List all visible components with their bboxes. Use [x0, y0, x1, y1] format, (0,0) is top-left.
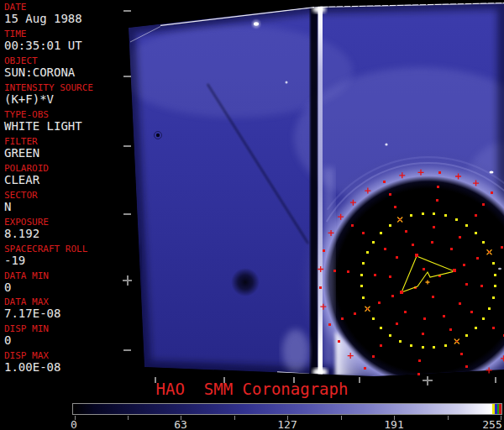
colorbar-marker-stripe: [499, 404, 501, 414]
spoke-dot: [404, 311, 407, 313]
limb-ring-dot: [433, 212, 435, 215]
spoke-dot: [362, 232, 365, 234]
field-value: (K+F)*V: [4, 93, 93, 106]
spoke-dot: [347, 270, 349, 273]
field-value: 8.192: [4, 228, 49, 240]
spoke-dot: [389, 275, 391, 278]
field-value: N: [4, 201, 38, 213]
limb-ring-dot: [389, 224, 391, 227]
pylon-bright-line: [318, 5, 323, 376]
limb-ring-dot: [380, 327, 382, 329]
dark-speck: [156, 134, 160, 137]
spoke-dot: [463, 264, 465, 266]
colorbar-gradient: [72, 403, 502, 415]
field-label: SPACECRAFT ROLL: [4, 244, 87, 254]
field-value: SUN:CORONA: [4, 66, 75, 79]
metadata-field: OBJECTSUN:CORONA: [4, 56, 75, 79]
pylon-shadow: [310, 7, 318, 376]
limb-ring-dot: [422, 346, 424, 349]
outer-ring-dot: [338, 340, 340, 343]
limb-ring-dot: [360, 285, 363, 287]
field-label: FILTER: [4, 137, 39, 147]
spoke-dot: [396, 256, 398, 259]
limb-ring-dot: [475, 327, 477, 329]
spoke-dot: [431, 241, 433, 244]
outer-ring-dot: [491, 191, 493, 194]
limb-ring-dot: [488, 307, 491, 310]
field-value: WHITE LIGHT: [4, 120, 82, 133]
spoke-dot: [480, 285, 483, 287]
limb-ring-dot: [455, 218, 458, 221]
spoke-dot: [389, 193, 391, 196]
outer-ring-dot: [328, 323, 331, 326]
limb-ring-dot: [399, 340, 402, 343]
field-value: -19: [4, 254, 87, 267]
cardinal-x-center: [399, 219, 401, 221]
spoke-dot: [436, 199, 438, 202]
colorbar-tick-label: 63: [155, 419, 206, 430]
spoke-dot: [354, 312, 356, 315]
limb-ring-dot: [444, 214, 447, 217]
limb-ring-dot: [475, 232, 477, 234]
limb-ring-dot: [433, 346, 435, 349]
field-value: 1.00E-08: [4, 361, 60, 374]
limb-ring-dot: [465, 224, 468, 227]
camera-fov: [118, 3, 504, 376]
metadata-field: EXPOSURE8.192: [4, 218, 49, 240]
spoke-dot: [378, 302, 381, 304]
spoke-dot: [396, 322, 398, 325]
metadata-field: DATA MAX7.17E-08: [4, 297, 60, 320]
field-label: SECTOR: [4, 191, 38, 201]
metadata-field: SECTORN: [4, 191, 38, 213]
outer-ring-dot: [438, 171, 441, 174]
outer-ring-dot: [323, 249, 325, 252]
colorbar-tick: [234, 416, 235, 420]
spoke-dot: [391, 295, 394, 297]
spoke-dot: [460, 353, 463, 355]
colorbar-tick: [128, 416, 129, 420]
limb-ring-dot: [372, 241, 375, 244]
colorbar-tick-label: 191: [369, 419, 419, 430]
extra-dot: [432, 296, 434, 298]
limb-ring-dot: [366, 251, 369, 254]
limb-ring-dot: [465, 334, 468, 337]
limb-ring-dot: [482, 241, 485, 244]
field-value: 0: [4, 334, 49, 347]
spoke-dot: [351, 224, 354, 227]
limb-ring-dot: [360, 274, 363, 276]
outer-ring-dot: [383, 181, 386, 183]
limb-ring-dot: [444, 344, 447, 347]
spoke-dot: [418, 359, 421, 362]
metadata-field: INTENSITY SOURCE(K+F)*V: [4, 83, 93, 106]
spoke-dot: [380, 344, 382, 347]
metadata-field: FILTERGREEN: [4, 137, 39, 160]
spoke-dot: [394, 206, 396, 208]
colorbar-tick-label: 0: [49, 419, 99, 430]
spoke-dot: [459, 236, 461, 239]
colorbar-tick-label: 127: [262, 419, 312, 430]
spoke-dot: [450, 248, 453, 250]
metadata-field: DATE15 Aug 1988: [4, 3, 82, 25]
field-value: 00:35:01 UT: [4, 39, 82, 52]
spoke-dot: [449, 328, 452, 331]
limb-ring-dot: [494, 274, 496, 276]
spoke-dot: [412, 244, 414, 246]
metadata-field: TYPE-OBSWHITE LIGHT: [4, 110, 82, 133]
spoke-dot: [422, 333, 424, 335]
spoke-dot: [372, 355, 375, 358]
limb-ring-dot: [492, 262, 495, 265]
colorbar-tick-label: 255: [467, 419, 504, 430]
limb-ring-dot: [389, 334, 391, 337]
spoke-dot: [437, 186, 439, 188]
spoke-dot: [417, 373, 420, 375]
spoke-dot: [443, 315, 445, 317]
cardinal-x-center: [489, 251, 491, 253]
extra-dot: [423, 268, 425, 270]
polygon-vertex-dot: [400, 291, 402, 293]
spoke-dot: [423, 317, 426, 320]
limb-ring-dot: [372, 317, 375, 320]
spoke-dot: [459, 302, 461, 305]
spoke-dot: [433, 226, 435, 228]
limb-ring-dot: [380, 232, 382, 234]
field-label: DATA MIN: [4, 271, 49, 281]
